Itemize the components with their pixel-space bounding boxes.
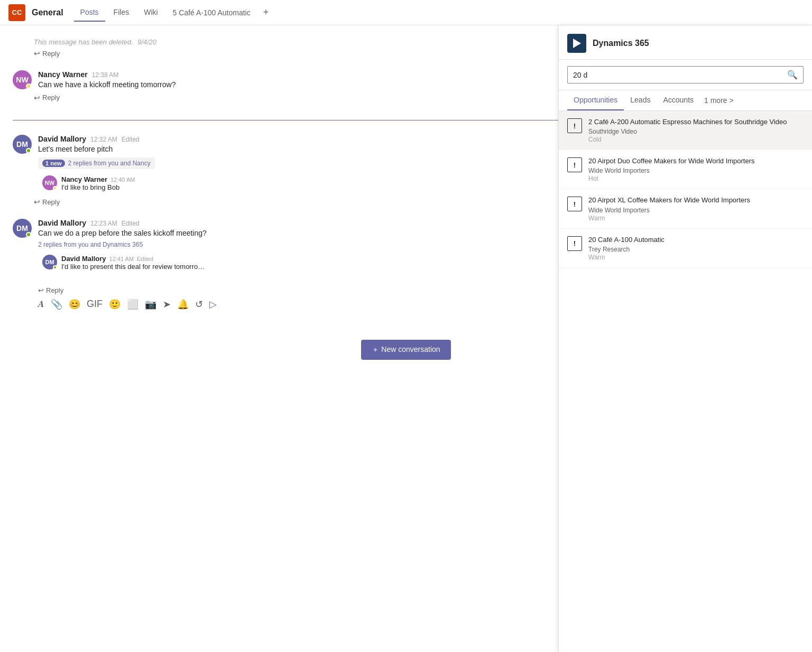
result-icon-1: ! bbox=[567, 157, 582, 172]
new-conversation-button[interactable]: ＋ New conversation bbox=[361, 340, 450, 360]
message-author-nancy: Nancy Warner bbox=[38, 70, 88, 79]
main-content: This message has been deleted. 9/4/20 ↩ … bbox=[0, 25, 812, 652]
tab-files[interactable]: Files bbox=[107, 4, 136, 22]
message-author-david1: David Mallory bbox=[38, 135, 86, 143]
result-details-2: 20 Airpot XL Coffee Makers for Wide Worl… bbox=[588, 195, 804, 221]
nested-edited-david: Edited bbox=[137, 256, 153, 262]
nested-status-dot-david bbox=[53, 265, 57, 269]
result-item-0[interactable]: ! 2 Café A-200 Automatic Espresso Machin… bbox=[559, 111, 812, 150]
result-status-2: Warm bbox=[588, 215, 804, 222]
result-company-3: Trey Research bbox=[588, 246, 804, 253]
tab-wiki[interactable]: Wiki bbox=[137, 4, 164, 22]
message-edited-david1: Edited bbox=[122, 136, 140, 143]
nested-avatar-david: DM bbox=[42, 255, 57, 269]
toolbar-format-icon[interactable]: 𝑨 bbox=[38, 299, 44, 310]
status-dot-david2 bbox=[26, 232, 31, 237]
toolbar-video-icon[interactable]: 📷 bbox=[145, 299, 156, 310]
reply-icon-compose: ↩ bbox=[38, 286, 44, 294]
add-tab-button[interactable]: + bbox=[259, 3, 273, 22]
dynamics-header: Dynamics 365 bbox=[559, 25, 812, 60]
message-time-david1: 12:32 AM bbox=[90, 136, 117, 143]
result-title-1: 20 Airpot Duo Coffee Makers for Wide Wor… bbox=[588, 156, 804, 166]
nested-avatar-nancy: NW bbox=[42, 175, 57, 190]
replies-badge-david1[interactable]: 1 new 2 replies from you and Nancy bbox=[38, 157, 155, 169]
compose-reply-label[interactable]: Reply bbox=[46, 286, 63, 294]
result-icon-0: ! bbox=[567, 118, 582, 133]
dynamics-logo bbox=[567, 34, 586, 53]
message-time-david2: 12:23 AM bbox=[90, 220, 117, 227]
reply-icon-nancy: ↩ bbox=[34, 94, 40, 102]
app-logo: CC bbox=[8, 4, 25, 21]
dynamics-search-area: 🔍 bbox=[559, 60, 812, 90]
result-item-2[interactable]: ! 20 Airpot XL Coffee Makers for Wide Wo… bbox=[559, 189, 812, 228]
avatar-david1: DM bbox=[13, 135, 32, 154]
result-title-2: 20 Airpot XL Coffee Makers for Wide Worl… bbox=[588, 195, 804, 205]
result-item-3[interactable]: ! 20 Café A-100 Automatic Trey Research … bbox=[559, 229, 812, 268]
avatar-david2: DM bbox=[13, 219, 32, 238]
deleted-message-text: This message has been deleted. bbox=[34, 38, 133, 46]
dynamics-title: Dynamics 365 bbox=[593, 39, 649, 48]
nested-author-nancy: Nancy Warner bbox=[61, 175, 107, 183]
status-dot-nancy bbox=[26, 83, 31, 89]
result-status-1: Hot bbox=[588, 175, 804, 182]
reply-label[interactable]: Reply bbox=[42, 50, 60, 58]
dynamics-search-input[interactable] bbox=[573, 71, 783, 79]
dynamics-tabs: Opportunities Leads Accounts 1 more > bbox=[559, 90, 812, 111]
reply-label-david1[interactable]: Reply bbox=[42, 198, 60, 206]
d-tab-more[interactable]: 1 more > bbox=[700, 91, 738, 110]
deleted-message-time: 9/4/20 bbox=[137, 38, 156, 46]
d-tab-accounts[interactable]: Accounts bbox=[657, 90, 700, 110]
search-icon[interactable]: 🔍 bbox=[787, 70, 798, 80]
reply-icon: ↩ bbox=[34, 49, 40, 58]
toolbar-schedule-icon[interactable]: ↺ bbox=[195, 299, 203, 310]
tab-cafe[interactable]: 5 Café A-100 Automatic bbox=[167, 4, 257, 21]
result-details-1: 20 Airpot Duo Coffee Makers for Wide Wor… bbox=[588, 156, 804, 182]
nested-time-david: 12:41 AM bbox=[109, 256, 134, 262]
result-company-2: Wide World Importers bbox=[588, 207, 804, 214]
result-status-3: Warm bbox=[588, 254, 804, 261]
result-company-1: Wide World Importers bbox=[588, 167, 804, 174]
dynamics-logo-triangle bbox=[573, 39, 581, 48]
header: CC General Posts Files Wiki 5 Café A-100… bbox=[0, 0, 812, 25]
toolbar-mentions-icon[interactable]: 🔔 bbox=[177, 299, 189, 310]
new-badge-david1: 1 new bbox=[42, 160, 65, 167]
nested-time-nancy: 12:40 AM bbox=[110, 176, 135, 183]
result-icon-2: ! bbox=[567, 197, 582, 211]
d-tab-opportunities[interactable]: Opportunities bbox=[567, 90, 624, 110]
nested-author-david: David Mallory bbox=[61, 255, 106, 263]
result-icon-3: ! bbox=[567, 236, 582, 251]
result-company-0: Southridge Video bbox=[588, 128, 804, 135]
dynamics-panel: Dynamics 365 🔍 Opportunities Leads Accou… bbox=[558, 25, 812, 652]
reply-label-nancy[interactable]: Reply bbox=[42, 94, 60, 101]
avatar-nancy: NW bbox=[13, 70, 32, 89]
status-dot-david1 bbox=[26, 148, 31, 153]
result-title-0: 2 Café A-200 Automatic Espresso Machines… bbox=[588, 117, 804, 127]
header-tabs: Posts Files Wiki 5 Café A-100 Automatic … bbox=[74, 3, 273, 22]
result-status-0: Cold bbox=[588, 136, 804, 143]
toolbar-forward-icon[interactable]: ➤ bbox=[163, 299, 171, 310]
reply-icon-david1: ↩ bbox=[34, 198, 40, 206]
dynamics-results: ! 2 Café A-200 Automatic Espresso Machin… bbox=[559, 111, 812, 652]
toolbar-attach-icon[interactable]: 📎 bbox=[51, 299, 62, 310]
result-title-3: 20 Café A-100 Automatic bbox=[588, 235, 804, 245]
nested-status-dot-nancy bbox=[53, 186, 57, 190]
d-tab-leads[interactable]: Leads bbox=[624, 90, 657, 110]
tab-posts[interactable]: Posts bbox=[74, 4, 105, 22]
replies-text-david1[interactable]: 2 replies from you and Nancy bbox=[68, 160, 151, 167]
result-details-3: 20 Café A-100 Automatic Trey Research Wa… bbox=[588, 235, 804, 261]
search-box: 🔍 bbox=[567, 66, 804, 83]
message-time-nancy: 12:38 AM bbox=[92, 71, 119, 79]
result-item-1[interactable]: ! 20 Airpot Duo Coffee Makers for Wide W… bbox=[559, 150, 812, 189]
toolbar-loop-icon[interactable]: ⬜ bbox=[127, 299, 139, 310]
toolbar-gif-icon[interactable]: GIF bbox=[87, 299, 103, 310]
toolbar-emoji-icon[interactable]: 😊 bbox=[69, 299, 80, 310]
message-edited-david2: Edited bbox=[122, 220, 140, 227]
toolbar-sticker-icon[interactable]: 🙂 bbox=[109, 299, 121, 310]
toolbar-dynamics-icon[interactable]: ▷ bbox=[209, 299, 217, 310]
message-author-david2: David Mallory bbox=[38, 219, 86, 227]
channel-title: General bbox=[32, 8, 63, 17]
result-details-0: 2 Café A-200 Automatic Espresso Machines… bbox=[588, 117, 804, 143]
